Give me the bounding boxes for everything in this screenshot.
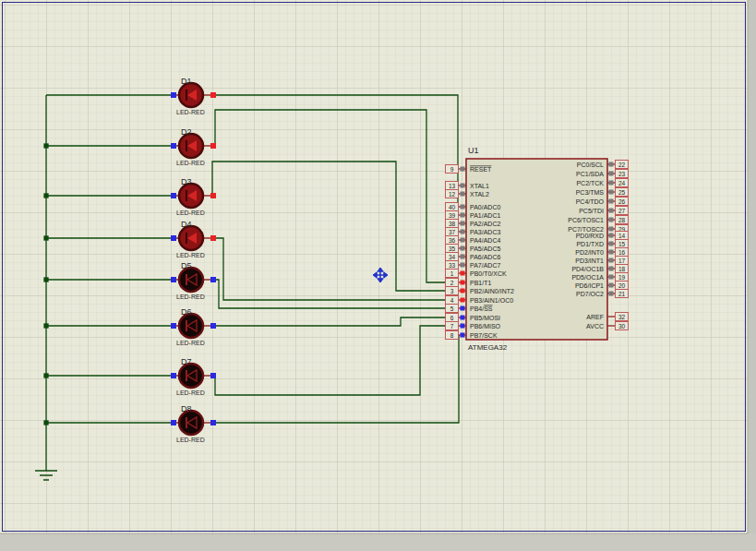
grid-major bbox=[0, 0, 748, 533]
pin-number: 38 bbox=[449, 221, 456, 227]
pin-number: 19 bbox=[618, 274, 626, 281]
pin-number: 32 bbox=[618, 314, 626, 320]
pin-PA1/ADC1[interactable]: 39PA1/ADC1 bbox=[446, 211, 501, 220]
pin-name-label: PA6/ADC6 bbox=[470, 254, 500, 260]
state-indicator bbox=[171, 373, 176, 378]
pin-PD1/TXD[interactable]: 15PD1/TXD bbox=[576, 240, 628, 248]
pin-name-label: PB3/AIN1/OC0 bbox=[470, 297, 513, 304]
led-body-off bbox=[179, 268, 203, 292]
pin-PA6/ADC6[interactable]: 34PA6/ADC6 bbox=[446, 253, 501, 261]
pin-number: 4 bbox=[450, 297, 454, 304]
state-indicator bbox=[609, 227, 614, 232]
pin-PC4/TDO[interactable]: 26PC4/TDO bbox=[576, 198, 629, 206]
pin-number: 15 bbox=[618, 241, 626, 247]
pin-PD6/ICP1[interactable]: 20PD6/ICP1 bbox=[575, 281, 629, 290]
chip-U1[interactable]: U1ATMEGA329RESET13XTAL112XTAL240PA0/ADC0… bbox=[446, 146, 629, 352]
pin-PA0/ADC0[interactable]: 40PA0/ADC0 bbox=[446, 203, 501, 211]
pin-PD0/RXD[interactable]: 14PD0/RXD bbox=[576, 232, 629, 240]
state-indicator bbox=[609, 209, 614, 213]
state-indicator bbox=[461, 324, 465, 329]
pin-name-label: PA0/ADC0 bbox=[470, 204, 500, 210]
junction-dot bbox=[44, 278, 48, 281]
state-indicator bbox=[461, 246, 465, 251]
pin-PD3/INT1[interactable]: 17PD3/INT1 bbox=[575, 257, 628, 265]
pin-number: 28 bbox=[618, 217, 626, 223]
pin-number: 22 bbox=[618, 162, 626, 168]
pin-PC3/TMS[interactable]: 25PC3/TMS bbox=[576, 188, 629, 197]
state-indicator bbox=[171, 235, 176, 241]
pin-PB6/MISO[interactable]: 7PB6/MISO bbox=[446, 322, 501, 330]
pin-number: 1 bbox=[450, 270, 454, 277]
pin-PB3/AIN1/OC0[interactable]: 4PB3/AIN1/OC0 bbox=[446, 296, 514, 305]
pin-PB7/SCK[interactable]: 8PB7/SCK bbox=[446, 331, 498, 340]
state-indicator bbox=[461, 255, 465, 259]
led-ref-label: D7 bbox=[181, 357, 192, 366]
pin-PA7/ADC7[interactable]: 33PA7/ADC7 bbox=[446, 261, 501, 270]
pin-name-label: RESET bbox=[470, 166, 492, 173]
pin-number: 33 bbox=[449, 262, 456, 269]
pin-PD4/OC1B[interactable]: 18PD4/OC1B bbox=[571, 265, 628, 273]
pin-name-label: PD0/RXD bbox=[576, 233, 604, 239]
state-indicator bbox=[210, 143, 216, 149]
led-body-off bbox=[179, 411, 203, 435]
pin-name-label: PA5/ADC5 bbox=[470, 246, 500, 252]
pin-name-label: PB2/AIN0/INT2 bbox=[470, 288, 514, 294]
pin-name-label: PD2/INT0 bbox=[575, 249, 604, 256]
pin-PA3/ADC3[interactable]: 37PA3/ADC3 bbox=[446, 228, 501, 236]
pin-name-label: PC7/TOSC2 bbox=[568, 226, 604, 233]
junction-dot bbox=[44, 236, 48, 240]
pin-name-label: PB5/MOSI bbox=[470, 315, 500, 321]
state-indicator bbox=[609, 218, 614, 222]
chip-ref-label: U1 bbox=[468, 146, 479, 155]
schematic-canvas[interactable]: D1LED-REDD2LED-REDD3LED-REDD4LED-REDD5LE… bbox=[0, 0, 756, 551]
state-indicator bbox=[609, 292, 614, 296]
state-indicator bbox=[609, 162, 614, 167]
pin-name-label: PB4/SS bbox=[470, 305, 493, 312]
pin-name-label: PD3/INT1 bbox=[575, 258, 604, 264]
junction-dot bbox=[44, 421, 48, 425]
led-ref-label: D6 bbox=[181, 307, 192, 317]
state-indicator bbox=[171, 323, 176, 329]
pin-PD5/OC1A[interactable]: 19PD5/OC1A bbox=[571, 273, 628, 281]
pin-name-label: PC6/TOSC1 bbox=[568, 217, 604, 223]
pin-PA5/ADC5[interactable]: 35PA5/ADC5 bbox=[446, 245, 501, 253]
pin-number: 25 bbox=[618, 189, 626, 196]
pin-number: 39 bbox=[449, 212, 456, 219]
led-ref-label: D1 bbox=[181, 77, 192, 86]
pin-PB5/MOSI[interactable]: 6PB5/MOSI bbox=[446, 314, 501, 322]
pin-name-label: PD1/TXD bbox=[576, 241, 604, 247]
pin-PC5/TDI[interactable]: 27PC5/TDI bbox=[579, 207, 628, 215]
pin-PD7/OC2[interactable]: 21PD7/OC2 bbox=[576, 290, 628, 298]
led-ref-label: D4 bbox=[181, 220, 192, 229]
pin-PA2/ADC2[interactable]: 38PA2/ADC2 bbox=[446, 220, 501, 228]
pin-PB2/AIN0/INT2[interactable]: 3PB2/AIN0/INT2 bbox=[446, 287, 514, 295]
state-indicator bbox=[461, 192, 465, 197]
state-indicator bbox=[461, 222, 465, 226]
junction-dot bbox=[44, 144, 48, 148]
pin-name-label: PC0/SCL bbox=[577, 162, 604, 168]
pin-name-label: PD7/OC2 bbox=[576, 291, 604, 297]
pin-number: 16 bbox=[618, 249, 626, 256]
pin-PC1/SDA[interactable]: 23PC1/SDA bbox=[576, 170, 628, 178]
pin-PA4/ADC4[interactable]: 36PA4/ADC4 bbox=[446, 236, 501, 245]
state-indicator bbox=[461, 230, 465, 234]
pin-PB0/T0/XCK[interactable]: 1PB0/T0/XCK bbox=[446, 270, 508, 278]
pin-name-label: PB0/T0/XCK bbox=[470, 270, 507, 277]
pin-PC0/SCL[interactable]: 22PC0/SCL bbox=[577, 161, 629, 169]
state-indicator bbox=[461, 184, 465, 188]
pin-name-label: PB7/SCK bbox=[470, 332, 498, 339]
pin-PC2/TCK[interactable]: 24PC2/TCK bbox=[576, 179, 628, 187]
pin-PC6/TOSC1[interactable]: 28PC6/TOSC1 bbox=[568, 216, 628, 224]
state-indicator bbox=[609, 250, 614, 255]
pin-PD2/INT0[interactable]: 16PD2/INT0 bbox=[575, 248, 628, 257]
pin-name-label: PA3/ADC3 bbox=[470, 229, 500, 235]
pin-number: 27 bbox=[618, 208, 626, 214]
pin-name-label: PC5/TDI bbox=[579, 208, 604, 214]
state-indicator bbox=[171, 193, 176, 198]
pin-name-label: PB6/MISO bbox=[470, 323, 501, 329]
state-indicator bbox=[609, 283, 614, 288]
pin-number: 14 bbox=[618, 233, 626, 239]
pin-name-label: PA7/ADC7 bbox=[470, 262, 500, 269]
pin-PB4/SS[interactable]: 5PB4/SS bbox=[446, 305, 493, 313]
state-indicator bbox=[171, 420, 176, 425]
